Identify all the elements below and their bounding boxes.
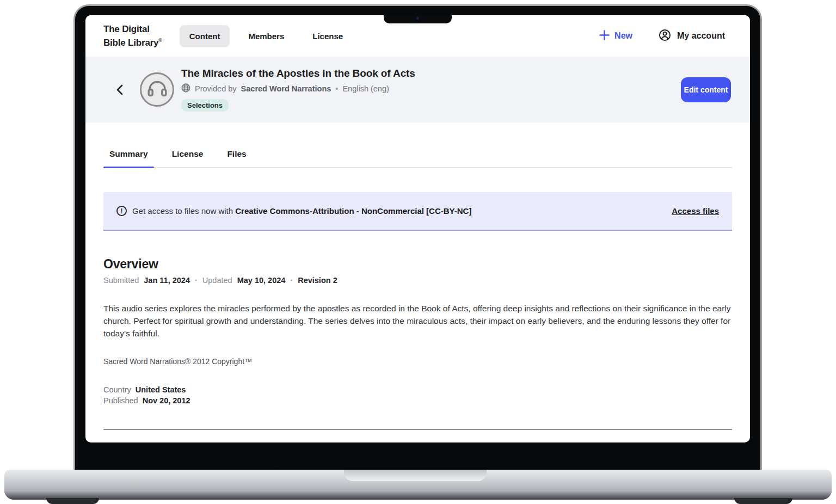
nav-item-license[interactable]: License (303, 25, 353, 47)
selections-badge: Selections (181, 99, 229, 112)
content-header-text: The Miracles of the Apostles in the Book… (181, 67, 415, 112)
tab-summary[interactable]: Summary (103, 149, 154, 167)
tab-bar: Summary License Files (103, 122, 732, 168)
registered-mark: ® (158, 38, 162, 43)
nav-item-members[interactable]: Members (238, 25, 294, 47)
camera-dot (416, 17, 419, 20)
revision-number: Revision 2 (298, 276, 337, 285)
dot-separator: · (290, 276, 293, 285)
language-label: English (eng) (342, 84, 389, 93)
logo-line-2: Bible Library® (103, 35, 162, 48)
nav-items: Content Members License (180, 25, 353, 47)
published-label: Published (103, 396, 138, 405)
my-account-label: My account (677, 31, 725, 41)
country-label: Country (103, 385, 131, 394)
country-value: United States (136, 385, 186, 394)
revision-meta: Submitted Jan 11, 2024 · Updated May 10,… (103, 276, 732, 285)
access-banner: ! Get access to files now with Creative … (103, 192, 732, 231)
nav-right: New My account (599, 29, 725, 44)
provided-by-label: Provided by (195, 84, 237, 93)
app-screen: The Digital Bible Library® Content Membe… (85, 15, 750, 442)
submitted-label: Submitted (103, 276, 139, 285)
section-divider (103, 429, 732, 430)
audio-content-avatar (140, 72, 174, 107)
app-logo[interactable]: The Digital Bible Library® (103, 23, 162, 48)
tab-files[interactable]: Files (221, 149, 252, 167)
back-button[interactable] (111, 82, 127, 98)
content-header: The Miracles of the Apostles in the Book… (85, 57, 750, 122)
globe-icon (181, 83, 190, 94)
content-title: The Miracles of the Apostles in the Book… (181, 67, 415, 79)
plus-icon (599, 30, 610, 42)
laptop-lid-scoop (344, 470, 487, 481)
laptop-foot-left (46, 498, 99, 504)
updated-date: May 10, 2024 (237, 276, 286, 285)
nav-item-content[interactable]: Content (180, 25, 230, 47)
access-files-link[interactable]: Access files (672, 206, 719, 216)
submitted-date: Jan 11, 2024 (144, 276, 190, 285)
license-name: Creative Commons-Attribution - NonCommer… (235, 206, 471, 216)
logo-line-1: The Digital (103, 23, 162, 35)
provider-row: Provided by Sacred Word Narrations • Eng… (181, 83, 415, 94)
overview-heading: Overview (103, 257, 732, 272)
tab-license[interactable]: License (166, 149, 210, 167)
info-icon: ! (116, 206, 127, 216)
published-value: Nov 20, 2012 (143, 396, 190, 405)
access-banner-text: Get access to files now with Creative Co… (132, 206, 471, 216)
content-description: This audio series explores the miracles … (103, 302, 732, 340)
user-account-icon (659, 29, 671, 44)
updated-label: Updated (202, 276, 232, 285)
published-row: PublishedNov 20, 2012 (103, 395, 732, 406)
summary-panel: Overview Submitted Jan 11, 2024 · Update… (103, 257, 732, 430)
camera-notch (384, 15, 452, 23)
provider-name: Sacred Word Narrations (241, 84, 331, 93)
facts-list: CountryUnited States PublishedNov 20, 20… (103, 384, 732, 406)
headphones-icon (147, 80, 167, 100)
dot-separator: • (335, 84, 338, 93)
copyright-line: Sacred Word Narrations® 2012 Copyright™ (103, 357, 732, 366)
laptop-foot-right (734, 498, 792, 504)
new-button-label: New (614, 31, 632, 41)
edit-content-button[interactable]: Edit content (681, 77, 731, 102)
new-button[interactable]: New (599, 30, 632, 42)
country-row: CountryUnited States (103, 384, 732, 395)
dot-separator: · (195, 276, 198, 285)
page: The Digital Bible Library® Content Membe… (0, 0, 836, 504)
my-account-button[interactable]: My account (659, 29, 725, 44)
chevron-left-icon (115, 84, 124, 95)
laptop-base-edge (4, 490, 832, 500)
